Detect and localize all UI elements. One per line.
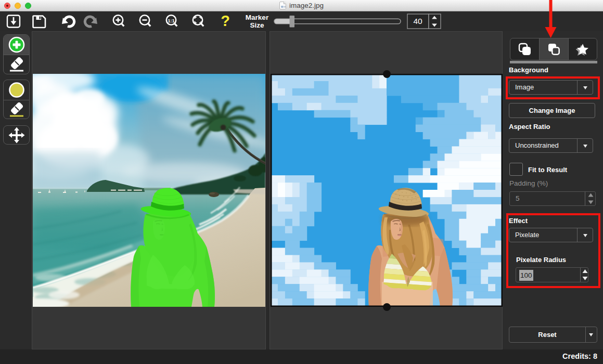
svg-text:Marker: Marker <box>246 14 269 21</box>
svg-text:1:1: 1:1 <box>168 18 175 23</box>
svg-text:Size: Size <box>250 21 264 29</box>
svg-text:?: ? <box>221 12 230 29</box>
svg-text:40: 40 <box>413 17 422 25</box>
